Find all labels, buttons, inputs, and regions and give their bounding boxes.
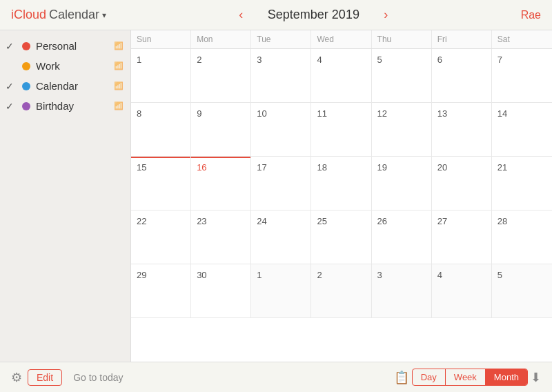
month-navigation: ‹ September 2019 › — [239, 8, 388, 22]
calendar-label: Calendar — [49, 8, 99, 22]
date-number: 19 — [377, 162, 387, 173]
sidebar-item-work[interactable]: Work📶 — [0, 56, 130, 76]
date-number: 26 — [377, 216, 387, 226]
sharing-icon[interactable]: 📶 — [114, 81, 124, 90]
date-number: 27 — [437, 216, 447, 226]
calendar-color-dot — [22, 102, 30, 110]
app-header: iCloud Calendar ▾ ‹ September 2019 › Rae — [0, 0, 552, 30]
date-number: 17 — [257, 162, 266, 173]
calendar-day-cell[interactable]: 8 — [131, 103, 191, 157]
calendar-day-cell[interactable]: 11 — [311, 103, 371, 157]
calendar-day-cell[interactable]: 19 — [372, 157, 432, 210]
date-number: 8 — [137, 108, 141, 119]
check-icon: ✓ — [6, 101, 17, 112]
calendar-day-cell[interactable]: 12 — [372, 103, 432, 157]
date-number: 3 — [257, 55, 262, 65]
calendar-day-cell[interactable]: 6 — [432, 49, 492, 103]
date-number: 4 — [317, 55, 322, 65]
view-button-day[interactable]: Day — [413, 369, 446, 385]
calendar-day-cell[interactable]: 10 — [251, 103, 311, 157]
calendar-day-cell[interactable]: 29 — [131, 264, 191, 318]
calendar-day-cell[interactable]: 4 — [432, 264, 492, 318]
calendar-day-cell[interactable]: 23 — [191, 210, 251, 264]
calendar-day-cell[interactable]: 17 — [251, 157, 311, 210]
day-header-label: Sun — [131, 30, 191, 48]
calendar-day-cell[interactable]: 5 — [492, 264, 552, 318]
next-month-button[interactable]: › — [384, 8, 388, 22]
date-number: 15 — [137, 162, 146, 173]
sharing-icon[interactable]: 📶 — [114, 61, 124, 70]
sharing-icon[interactable]: 📶 — [114, 101, 124, 110]
calendar-day-cell[interactable]: 2 — [311, 264, 371, 318]
date-number: 6 — [437, 55, 442, 65]
date-number: 10 — [257, 108, 266, 119]
calendar-day-cell[interactable]: 16 — [191, 157, 251, 210]
footer-center: 📋 DayWeekMonth ⬇ — [394, 369, 541, 386]
calendar-view-icon: 📋 — [394, 370, 409, 385]
download-icon[interactable]: ⬇ — [531, 370, 541, 385]
date-number: 16 — [197, 162, 206, 173]
calendar-day-cell[interactable]: 7 — [492, 49, 552, 103]
sharing-icon[interactable]: 📶 — [114, 41, 124, 50]
calendar-day-cell[interactable]: 20 — [432, 157, 492, 210]
calendar-area: SunMonTueWedThuFriSat 123456789101112131… — [131, 30, 552, 362]
calendar-grid: 1234567891011121314151617181920212223242… — [131, 49, 552, 362]
settings-button[interactable]: ⚙ — [11, 370, 22, 385]
dropdown-arrow-icon[interactable]: ▾ — [102, 10, 106, 20]
footer-left: ⚙ Edit Go to today — [11, 369, 124, 386]
sidebar-item-calendar[interactable]: ✓Calendar📶 — [0, 76, 130, 96]
calendar-day-cell[interactable]: 3 — [372, 264, 432, 318]
calendar-day-cell[interactable]: 24 — [251, 210, 311, 264]
calendar-day-cell[interactable]: 3 — [251, 49, 311, 103]
check-icon: ✓ — [6, 41, 17, 52]
calendar-day-cell[interactable]: 25 — [311, 210, 371, 264]
calendar-day-cell[interactable]: 18 — [311, 157, 371, 210]
calendar-item-label: Work — [36, 60, 111, 72]
prev-month-button[interactable]: ‹ — [239, 8, 243, 22]
view-button-month[interactable]: Month — [486, 369, 527, 385]
sidebar-item-birthday[interactable]: ✓Birthday📶 — [0, 96, 130, 116]
view-button-week[interactable]: Week — [446, 369, 486, 385]
date-number: 5 — [497, 270, 502, 280]
user-name[interactable]: Rae — [521, 9, 541, 21]
calendar-day-cell[interactable]: 1 — [251, 264, 311, 318]
date-number: 30 — [197, 270, 206, 280]
calendar-day-cell[interactable]: 4 — [311, 49, 371, 103]
date-number: 9 — [197, 108, 201, 119]
date-number: 25 — [317, 216, 326, 226]
date-number: 4 — [437, 270, 442, 280]
date-number: 23 — [197, 216, 206, 226]
check-icon: ✓ — [6, 81, 17, 92]
date-number: 7 — [497, 55, 502, 65]
goto-today-label[interactable]: Go to today — [73, 372, 123, 383]
app-footer: ⚙ Edit Go to today 📋 DayWeekMonth ⬇ — [0, 362, 552, 392]
calendar-item-label: Calendar — [36, 80, 111, 92]
calendar-day-cell[interactable]: 21 — [492, 157, 552, 210]
calendar-day-cell[interactable]: 14 — [492, 103, 552, 157]
view-toggle: DayWeekMonth — [412, 369, 528, 386]
day-header-label: Wed — [311, 30, 371, 48]
date-number: 12 — [377, 108, 387, 119]
calendar-day-cell[interactable]: 27 — [432, 210, 492, 264]
date-number: 20 — [437, 162, 447, 173]
calendar-day-cell[interactable]: 1 — [131, 49, 191, 103]
calendar-day-cell[interactable]: 15 — [131, 157, 191, 210]
calendar-day-cell[interactable]: 26 — [372, 210, 432, 264]
header-brand: iCloud Calendar ▾ — [11, 8, 106, 22]
calendar-day-cell[interactable]: 22 — [131, 210, 191, 264]
calendar-day-cell[interactable]: 5 — [372, 49, 432, 103]
edit-button[interactable]: Edit — [28, 369, 62, 386]
date-number: 14 — [497, 108, 507, 119]
date-number: 1 — [257, 270, 262, 280]
sidebar-item-personal[interactable]: ✓Personal📶 — [0, 36, 130, 56]
calendar-day-cell[interactable]: 30 — [191, 264, 251, 318]
calendar-day-cell[interactable]: 28 — [492, 210, 552, 264]
day-header-label: Thu — [372, 30, 432, 48]
calendar-color-dot — [22, 62, 30, 70]
calendar-day-cell[interactable]: 9 — [191, 103, 251, 157]
current-month-title: September 2019 — [251, 8, 375, 22]
calendar-day-cell[interactable]: 2 — [191, 49, 251, 103]
date-number: 11 — [317, 108, 326, 119]
day-header-label: Tue — [251, 30, 311, 48]
calendar-day-cell[interactable]: 13 — [432, 103, 492, 157]
